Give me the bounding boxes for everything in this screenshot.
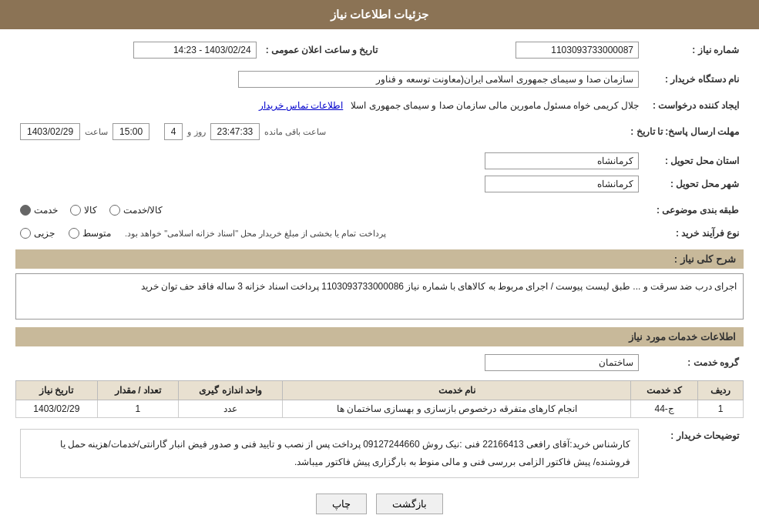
buyer-value: سازمان صدا و سیمای جمهوری اسلامی ایران(م… bbox=[238, 71, 639, 88]
response-time: 15:00 bbox=[113, 123, 149, 140]
services-section-header: اطلاعات خدمات مورد نیاز bbox=[15, 327, 744, 346]
category-option-both: کالا/خدمت bbox=[109, 205, 163, 216]
service-group-value: ساختمان bbox=[485, 354, 639, 371]
delivery-province-value: کرمانشاه bbox=[485, 152, 639, 169]
cell-date: 1403/02/29 bbox=[16, 400, 98, 418]
cell-qty: 1 bbox=[97, 400, 179, 418]
buyer-label: نام دستگاه خریدار : bbox=[643, 68, 744, 91]
col-code: کد خدمت bbox=[631, 381, 698, 400]
table-row: 1 ج-44 انجام کارهای متفرقه درخصوص بازساز… bbox=[16, 400, 744, 418]
category-label: طبقه بندی موضوعی : bbox=[643, 202, 744, 219]
response-remaining: 23:47:33 bbox=[210, 123, 260, 140]
col-date: تاریخ نیاز bbox=[16, 381, 98, 400]
purchase-type-jozi: جزیی bbox=[20, 228, 55, 239]
announce-label: تاریخ و ساعت اعلان عمومی : bbox=[261, 38, 383, 62]
print-button[interactable]: چاپ bbox=[316, 494, 367, 514]
button-row: بازگشت چاپ bbox=[15, 494, 744, 514]
radio-goods-icon bbox=[70, 205, 81, 216]
response-deadline-label: مهلت ارسال پاسخ: تا تاریخ : bbox=[626, 120, 744, 143]
creator-link[interactable]: اطلاعات تماس خریدار bbox=[259, 100, 344, 111]
delivery-city-label: شهر محل تحویل : bbox=[643, 172, 744, 196]
col-qty: تعداد / مقدار bbox=[97, 381, 179, 400]
cell-row: 1 bbox=[698, 400, 744, 418]
purchase-type-label: نوع فرآیند خرید : bbox=[643, 225, 744, 242]
col-unit: واحد اندازه گیری bbox=[179, 381, 283, 400]
announce-value: 1403/02/24 - 14:23 bbox=[133, 42, 257, 59]
purchase-type-motevaset: متوسط bbox=[69, 228, 111, 239]
response-remaining-label: ساعت باقی مانده bbox=[264, 127, 326, 137]
radio-motevaset-icon bbox=[69, 228, 79, 239]
response-time-label: ساعت bbox=[85, 127, 108, 137]
cell-unit: عدد bbox=[179, 400, 283, 418]
delivery-city-value: کرمانشاه bbox=[485, 176, 639, 192]
delivery-province-label: استان محل تحویل : bbox=[643, 149, 744, 172]
creator-label: ایجاد کننده درخواست : bbox=[643, 97, 744, 114]
radio-service-icon bbox=[20, 205, 31, 216]
page-title: جزئیات اطلاعات نیاز bbox=[331, 8, 428, 21]
description-section-header: شرح کلی نیاز : bbox=[15, 249, 744, 269]
need-number-label: شماره نیاز : bbox=[643, 38, 744, 62]
category-option-goods: کالا bbox=[70, 205, 97, 216]
purchase-note: پرداخت تمام یا بخشی از مبلغ خریدار محل "… bbox=[125, 229, 386, 239]
response-date: 1403/02/29 bbox=[20, 123, 80, 140]
category-option-service: خدمت bbox=[20, 205, 58, 216]
radio-both-icon bbox=[109, 205, 120, 216]
response-days: 4 bbox=[164, 123, 183, 140]
cell-name: انجام کارهای متفرقه درخصوص بازسازی و بهس… bbox=[283, 400, 631, 418]
col-name: نام خدمت bbox=[283, 381, 631, 400]
services-section-label: اطلاعات خدمات مورد نیاز bbox=[629, 331, 736, 343]
need-number-value: 1103093733000087 bbox=[516, 42, 639, 59]
buyer-notes-value: کارشناس خرید:آقای رافعی 22166413 فنی :نی… bbox=[20, 429, 639, 478]
buyer-notes-label: توضیحات خریدار : bbox=[643, 426, 744, 481]
col-row: ردیف bbox=[698, 381, 744, 400]
page-header: جزئیات اطلاعات نیاز bbox=[0, 0, 759, 29]
cell-code: ج-44 bbox=[631, 400, 698, 418]
services-table: ردیف کد خدمت نام خدمت واحد اندازه گیری ت… bbox=[15, 380, 744, 418]
description-label: شرح کلی نیاز : bbox=[674, 253, 736, 265]
description-value: اجرای درب ضد سرقت و ... طبق لیست پیوست /… bbox=[15, 273, 744, 320]
creator-value: جلال کریمی خواه مسئول مامورین مالی سازما… bbox=[351, 100, 639, 111]
service-group-label: گروه خدمت : bbox=[643, 351, 744, 374]
back-button[interactable]: بازگشت bbox=[376, 494, 443, 514]
radio-jozi-icon bbox=[20, 228, 31, 239]
response-day-label: روز و bbox=[187, 127, 205, 137]
